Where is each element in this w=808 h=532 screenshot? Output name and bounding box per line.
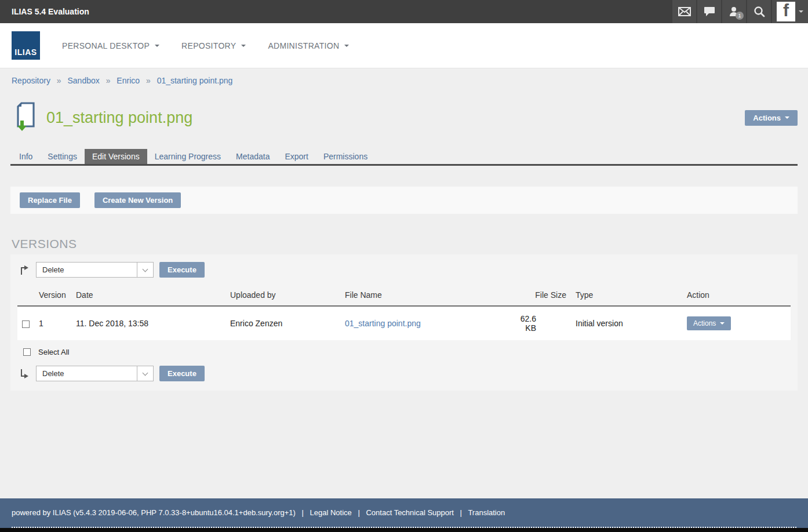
footer-text: powered by ILIAS (v5.4.3 2019-06-06, PHP… [12, 508, 796, 517]
versions-heading: VERSIONS [12, 237, 808, 251]
tab-bar: Info Settings Edit Versions Learning Pro… [10, 149, 798, 166]
breadcrumb-separator: » [57, 76, 61, 85]
column-header-select [17, 285, 34, 306]
replace-file-button[interactable]: Replace File [20, 192, 80, 208]
column-header-date: Date [71, 285, 225, 306]
column-header-action: Action [682, 285, 791, 306]
cell-uploaded-by: Enrico Zenzen [225, 306, 340, 340]
top-bar: ILIAS 5.4 Evaluation 1 f [0, 0, 808, 23]
execute-button-bottom[interactable]: Execute [159, 366, 205, 381]
select-all-label: Select All [38, 348, 69, 356]
nav-label: PERSONAL DESKTOP [62, 41, 150, 50]
chevron-down-icon [155, 45, 159, 47]
main-navbar: ILIAS PERSONAL DESKTOP REPOSITORY ADMINI… [0, 23, 808, 68]
version-toolbar: Replace File Create New Version [10, 187, 798, 214]
user-menu-button[interactable]: f [772, 0, 808, 23]
breadcrumb-link-enrico[interactable]: Enrico [117, 76, 140, 85]
chat-icon [704, 6, 715, 17]
search-icon [754, 6, 765, 17]
footer-separator: | [358, 508, 359, 517]
bulk-action-selected: Delete [37, 265, 64, 274]
breadcrumb-separator: » [106, 76, 111, 85]
table-row: 1 11. Dec 2018, 13:58 Enrico Zenzen 01_s… [17, 306, 791, 340]
top-bar-actions: 1 f [671, 0, 808, 23]
breadcrumb-link-current-file[interactable]: 01_starting point.png [157, 76, 233, 85]
breadcrumb-link-sandbox[interactable]: Sandbox [68, 76, 100, 85]
notification-badge: 1 [736, 12, 744, 20]
column-header-uploaded-by: Uploaded by [225, 285, 340, 306]
ilias-logo[interactable]: ILIAS [12, 31, 40, 60]
bulk-action-selected: Delete [37, 369, 64, 378]
row-actions-button[interactable]: Actions [687, 316, 731, 330]
versions-table-container: Delete Execute Version Date Uploaded by … [10, 254, 798, 391]
translation-link[interactable]: Translation [468, 508, 505, 517]
cell-type: Initial version [571, 306, 682, 340]
nav-administration[interactable]: ADMINISTRATION [268, 41, 349, 50]
actions-label: Actions [753, 114, 781, 122]
bottom-strip [0, 528, 808, 532]
chevron-down-icon [720, 322, 725, 325]
chevron-down-icon [344, 45, 349, 47]
legal-notice-link[interactable]: Legal Notice [310, 508, 352, 517]
chevron-down-icon [785, 116, 789, 119]
breadcrumb: Repository » Sandbox » Enrico » 01_start… [0, 68, 808, 86]
execute-button-top[interactable]: Execute [159, 262, 205, 278]
content-area: Repository » Sandbox » Enrico » 01_start… [0, 68, 808, 498]
footer-separator: | [302, 508, 304, 517]
nav-repository[interactable]: REPOSITORY [181, 41, 246, 50]
table-header-row: Version Date Uploaded by File Name File … [17, 285, 791, 306]
page-actions-button[interactable]: Actions [745, 110, 798, 126]
tab-edit-versions[interactable]: Edit Versions [85, 149, 147, 164]
bulk-action-select[interactable]: Delete [36, 262, 154, 278]
create-new-version-button[interactable]: Create New Version [94, 192, 181, 208]
bulk-action-select-bottom[interactable]: Delete [36, 366, 154, 381]
page-header: 01_starting point.png Actions [0, 86, 808, 142]
tab-learning-progress[interactable]: Learning Progress [147, 149, 228, 164]
chat-button[interactable] [697, 0, 721, 23]
page-footer: powered by ILIAS (v5.4.3 2019-06-06, PHP… [0, 498, 808, 528]
contact-support-link[interactable]: Contact Technical Support [366, 508, 454, 517]
tab-export[interactable]: Export [277, 149, 315, 164]
chevron-down-icon [143, 370, 148, 376]
cell-version: 1 [34, 306, 71, 340]
bulk-action-row-bottom: Delete Execute [17, 360, 791, 382]
execute-label: Execute [168, 369, 196, 378]
breadcrumb-separator: » [146, 76, 151, 85]
file-object-icon [14, 101, 37, 134]
logo-text: ILIAS [14, 48, 37, 57]
chevron-down-icon [143, 266, 148, 272]
versions-table: Version Date Uploaded by File Name File … [17, 285, 791, 340]
mail-icon [678, 7, 691, 16]
column-header-file-name: File Name [340, 285, 507, 306]
apply-to-selection-up-icon [19, 265, 30, 275]
tab-info[interactable]: Info [12, 149, 40, 164]
column-header-file-size: File Size [507, 285, 571, 306]
tab-settings[interactable]: Settings [40, 149, 85, 164]
apply-to-selection-down-icon [19, 369, 30, 379]
nav-label: ADMINISTRATION [268, 41, 339, 50]
cell-file-size: 62.6 KB [507, 306, 571, 340]
tab-permissions[interactable]: Permissions [316, 149, 375, 164]
select-all-row: Select All [17, 340, 791, 360]
column-header-version: Version [34, 285, 71, 306]
tab-metadata[interactable]: Metadata [228, 149, 277, 164]
search-button[interactable] [747, 0, 771, 23]
nav-personal-desktop[interactable]: PERSONAL DESKTOP [62, 41, 159, 50]
breadcrumb-link-repository[interactable]: Repository [12, 76, 50, 85]
bulk-action-row-top: Delete Execute [17, 259, 791, 282]
user-button[interactable]: 1 [722, 0, 746, 23]
nav-label: REPOSITORY [181, 41, 236, 50]
avatar: f [777, 2, 795, 21]
mail-button[interactable] [672, 0, 696, 23]
app-title: ILIAS 5.4 Evaluation [0, 0, 89, 23]
chevron-down-icon [241, 45, 246, 47]
row-checkbox[interactable] [22, 320, 30, 328]
file-name-link[interactable]: 01_starting point.png [345, 319, 421, 328]
select-all-checkbox[interactable] [23, 348, 31, 356]
execute-label: Execute [168, 265, 196, 274]
page-title: 01_starting point.png [46, 109, 192, 127]
select-arrow [137, 263, 153, 277]
chevron-down-icon [799, 10, 803, 13]
select-arrow [137, 366, 153, 381]
cell-date: 11. Dec 2018, 13:58 [71, 306, 225, 340]
